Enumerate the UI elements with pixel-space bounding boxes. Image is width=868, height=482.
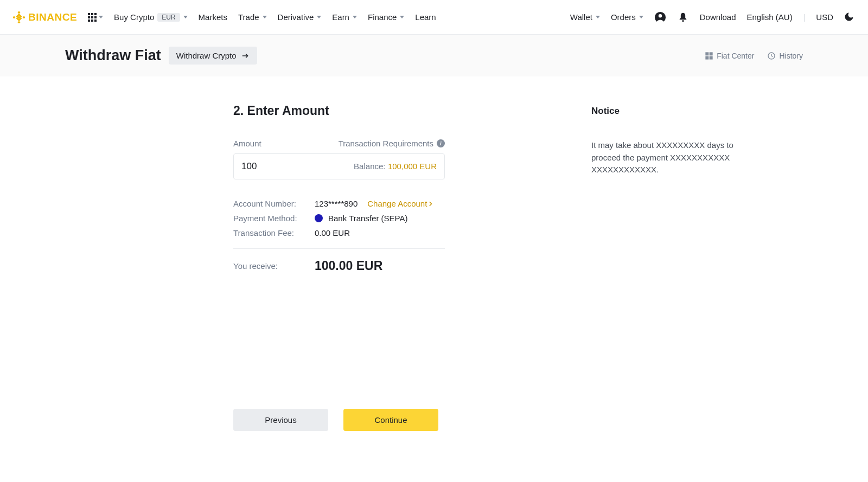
user-icon[interactable] (654, 11, 666, 23)
fee-value: 0.00 EUR (315, 228, 350, 237)
nav-fiat[interactable]: USD (816, 12, 833, 22)
nav-finance[interactable]: Finance (368, 12, 404, 22)
nav-markets-label: Markets (199, 12, 227, 22)
nav-finance-label: Finance (368, 12, 397, 22)
account-number-text: 123*****890 (315, 199, 358, 208)
arrow-right-icon (241, 52, 250, 60)
nav-trade[interactable]: Trade (238, 12, 267, 22)
main-content: 2. Enter Amount Amount Transaction Requi… (119, 76, 749, 453)
logo[interactable]: BINANCE (13, 11, 77, 23)
top-nav: BINANCE Buy Crypto EUR Markets Trade Der… (0, 0, 868, 35)
history-label: History (779, 52, 803, 60)
fiat-center-icon (705, 52, 713, 60)
chevron-down-icon (400, 16, 404, 18)
svg-rect-3 (23, 16, 25, 18)
nav-language[interactable]: English (AU) (746, 12, 792, 22)
separator: | (803, 13, 806, 22)
details-section: Account Number: 123*****890 Change Accou… (233, 199, 445, 273)
payment-method-label: Payment Method: (233, 214, 315, 223)
svg-point-6 (659, 14, 662, 17)
amount-input-container: Balance: 100,000 EUR (233, 153, 445, 179)
svg-rect-2 (13, 16, 15, 18)
withdraw-crypto-button[interactable]: Withdraw Crypto (169, 47, 257, 65)
svg-rect-9 (706, 52, 709, 55)
nav-learn-label: Learn (415, 12, 436, 22)
nav-fiat-label: USD (816, 12, 833, 22)
amount-input[interactable] (241, 161, 296, 172)
nav-earn-label: Earn (332, 12, 349, 22)
svg-rect-10 (710, 52, 713, 55)
payment-method-text: Bank Transfer (SEPA) (328, 214, 407, 223)
chevron-down-icon (263, 16, 267, 18)
history-link[interactable]: History (767, 52, 803, 60)
receive-row: You receive: 100.00 EUR (233, 259, 445, 273)
subheader: Withdraw Fiat Withdraw Crypto Fiat Cente… (0, 35, 868, 76)
history-icon (767, 52, 776, 60)
nav-derivative[interactable]: Derivative (278, 12, 322, 22)
nav-orders-label: Orders (611, 12, 636, 22)
nav-buy-crypto[interactable]: Buy Crypto EUR (114, 12, 188, 22)
change-account-link[interactable]: Change Account (367, 199, 432, 208)
nav-language-label: English (AU) (746, 12, 792, 22)
nav-earn[interactable]: Earn (332, 12, 357, 22)
chevron-down-icon (317, 16, 321, 18)
chevron-down-icon (353, 16, 357, 18)
binance-logo-icon (13, 11, 25, 23)
nav-derivative-label: Derivative (278, 12, 314, 22)
notice-column: Notice It may take about XXXXXXXXX days … (591, 104, 743, 431)
brand-text: BINANCE (28, 11, 77, 23)
nav-orders[interactable]: Orders (611, 12, 643, 22)
account-number-value: 123*****890 Change Account (315, 199, 432, 208)
receive-amount: 100.00 EUR (315, 259, 382, 273)
nav-download-label: Download (700, 12, 736, 22)
chevron-down-icon (596, 16, 600, 18)
continue-button[interactable]: Continue (343, 409, 438, 431)
payment-method-row: Payment Method: Bank Transfer (SEPA) (233, 214, 445, 223)
nav-markets[interactable]: Markets (199, 12, 227, 22)
amount-header-row: Amount Transaction Requirements i (233, 139, 445, 148)
divider (233, 248, 445, 249)
nav-wallet[interactable]: Wallet (570, 12, 600, 22)
info-icon: i (437, 139, 445, 147)
chevron-right-icon (429, 201, 432, 207)
nav-learn[interactable]: Learn (415, 12, 436, 22)
balance-label: Balance: (354, 162, 385, 171)
sepa-icon (315, 214, 323, 222)
chevron-down-icon (639, 16, 643, 18)
nav-left: BINANCE Buy Crypto EUR Markets Trade Der… (13, 11, 436, 23)
chevron-down-icon (183, 16, 188, 18)
nav-download[interactable]: Download (700, 12, 736, 22)
subheader-left: Withdraw Fiat Withdraw Crypto (65, 47, 257, 65)
account-number-label: Account Number: (233, 199, 315, 208)
notice-text: It may take about XXXXXXXXX days to proc… (591, 139, 743, 176)
payment-method-value: Bank Transfer (SEPA) (315, 214, 407, 223)
previous-button[interactable]: Previous (233, 409, 328, 431)
svg-rect-12 (710, 56, 713, 59)
balance-display: Balance: 100,000 EUR (354, 162, 437, 171)
theme-toggle[interactable] (844, 12, 855, 23)
bell-icon[interactable] (677, 11, 689, 23)
nav-buy-crypto-label: Buy Crypto (114, 12, 154, 22)
change-account-label: Change Account (367, 199, 427, 208)
notice-title: Notice (591, 106, 743, 117)
apps-menu[interactable] (88, 13, 103, 22)
fee-row: Transaction Fee: 0.00 EUR (233, 228, 445, 237)
account-number-row: Account Number: 123*****890 Change Accou… (233, 199, 445, 208)
subheader-right: Fiat Center History (705, 52, 803, 60)
balance-value: 100,000 EUR (388, 162, 437, 171)
nav-wallet-label: Wallet (570, 12, 592, 22)
withdraw-crypto-label: Withdraw Crypto (176, 51, 237, 60)
fee-label: Transaction Fee: (233, 228, 315, 237)
amount-label: Amount (233, 139, 261, 148)
svg-point-7 (682, 20, 684, 22)
transaction-requirements[interactable]: Transaction Requirements i (339, 139, 445, 148)
chevron-down-icon (99, 16, 103, 18)
nav-trade-label: Trade (238, 12, 259, 22)
form-column: 2. Enter Amount Amount Transaction Requi… (233, 104, 559, 431)
nav-right: Wallet Orders Download English (AU) | US… (570, 11, 855, 23)
button-row: Previous Continue (233, 409, 559, 431)
grid-icon (88, 13, 97, 22)
fiat-center-link[interactable]: Fiat Center (705, 52, 754, 60)
fiat-center-label: Fiat Center (717, 52, 754, 60)
svg-rect-11 (706, 56, 709, 59)
